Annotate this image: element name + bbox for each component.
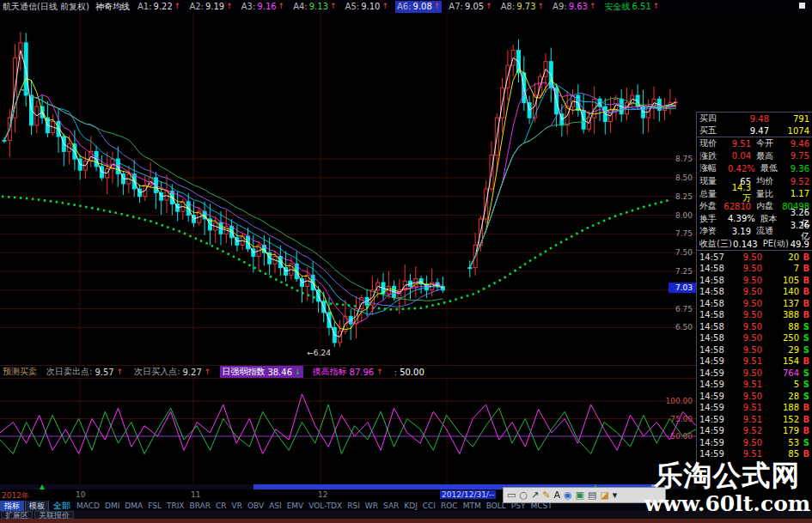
ellipse-tool-icon[interactable]: ○ [519, 490, 528, 500]
tab-指标[interactable]: 指标 [0, 501, 24, 511]
bottom-tab[interactable]: 扩展区 [1, 511, 33, 519]
dropdown-arrow-icon[interactable]: ▾ [613, 490, 618, 500]
tick-side: B [799, 449, 809, 459]
up-arrow-icon: ↑ [330, 3, 337, 10]
tick-time: 14:59 [699, 380, 729, 389]
tick-time: 14:59 [699, 403, 729, 412]
tick-row[interactable]: 14:599.51154B [697, 356, 812, 368]
tick-side: B [799, 276, 809, 285]
tick-side: B [799, 356, 809, 366]
tab-obv[interactable]: OBV [245, 502, 266, 510]
svg-text:8.00: 8.00 [675, 211, 693, 220]
note-tool-icon[interactable]: ▤ [588, 490, 596, 500]
palette-tool-icon[interactable]: ◪ [600, 490, 608, 500]
tab-wr[interactable]: WR [363, 502, 381, 510]
ma-value: 9.73 [516, 2, 535, 11]
drawing-toolbar: ▭○↗✎A◉▣▤◪▾ [503, 487, 666, 503]
rect-tool-icon[interactable]: ▭ [507, 490, 516, 500]
tab-roc[interactable]: ROC [438, 502, 461, 510]
tick-row[interactable]: 14:579.5020B [697, 251, 812, 263]
tick-side: B [799, 252, 809, 262]
tab-vol-tdx[interactable]: VOL-TDX [306, 502, 345, 510]
ma-label: A2: [189, 2, 204, 11]
indicator-item: 摸高指标87.96↑ [311, 366, 385, 378]
tick-row[interactable]: 14:589.50388B [697, 309, 812, 321]
tab-brar[interactable]: BRAR [187, 502, 213, 510]
tab-vr[interactable]: VR [229, 502, 245, 510]
stat-label: 现价 [699, 137, 729, 149]
tab-cci[interactable]: CCI [420, 502, 438, 510]
tick-row[interactable]: 14:589.50140B [697, 286, 812, 298]
tick-row[interactable]: 14:599.51152B [697, 413, 812, 425]
tick-price: 9.50 [729, 322, 762, 331]
indicator-item-value: 87.96 [350, 368, 375, 377]
tick-row[interactable]: 14:599.51188B [697, 402, 812, 414]
tab-模板[interactable]: 模板 [25, 501, 49, 511]
bid-row[interactable]: 买四9.48791 [697, 113, 812, 125]
image-tool-icon[interactable]: ▣ [576, 490, 584, 500]
tick-price: 9.50 [729, 252, 762, 262]
tick-row[interactable]: 14:589.507B [697, 263, 812, 275]
tab-rsi[interactable]: RSI [345, 502, 363, 510]
tick-row[interactable]: 14:589.50137B [697, 297, 812, 309]
tick-time: 14:59 [699, 438, 729, 447]
tab-emv[interactable]: EMV [284, 502, 307, 510]
tab-asi[interactable]: ASI [266, 502, 284, 510]
tick-row[interactable]: 14:599.515S [697, 379, 812, 391]
tab-fsl[interactable]: FSL [145, 502, 164, 510]
ma-value: 9.10 [361, 2, 380, 11]
tick-row[interactable]: 14:599.5028S [697, 390, 812, 402]
trendline-tool-icon[interactable]: ↗ [531, 490, 539, 500]
tick-volume: 88 [762, 322, 799, 331]
ma-values-strip: A1:9.22↑A2:9.19↑A3:9.16↑A4:9.13↑A5:9.10↑… [136, 1, 661, 13]
tick-side: S [799, 368, 809, 378]
stat-label: 流通 [756, 225, 787, 237]
tick-row[interactable]: 14:599.52179B [697, 425, 812, 437]
indicator-item-value: 50.00 [400, 368, 424, 377]
bid-row[interactable]: 买五9.471074 [697, 125, 812, 137]
tab-dmi[interactable]: DMI [102, 502, 122, 510]
candlestick-chart[interactable]: 8.758.508.258.007.757.507.257.006.756.50… [0, 13, 696, 365]
stat-value: 1.17 [787, 189, 809, 198]
tick-row[interactable]: 14:599.50764S [697, 367, 812, 379]
stat-value: 0.143 [733, 240, 758, 249]
tab-dma[interactable]: DMA [122, 502, 145, 510]
tick-time: 14:58 [699, 333, 729, 343]
tick-row[interactable]: 14:589.50105B [697, 274, 812, 286]
tick-row[interactable]: 14:599.5185B [697, 448, 812, 460]
window-control-icon[interactable] [799, 3, 805, 9]
stat-label: 均价 [756, 175, 787, 187]
tab-macd[interactable]: MACD [74, 502, 102, 510]
ma-value-a5: A5:9.10↑ [344, 1, 390, 13]
tick-side: B [799, 310, 809, 319]
ma-value-a2: A2:9.19↑ [187, 1, 234, 13]
tick-volume: 154 [762, 356, 799, 366]
pencil-tool-icon[interactable]: ✎ [542, 490, 550, 500]
tick-volume: 152 [762, 415, 799, 424]
oscillator-chart[interactable]: 100.0075.0050.00 [0, 379, 696, 483]
tab-cr[interactable]: CR [213, 502, 229, 510]
tab-trix[interactable]: TRIX [164, 502, 187, 510]
tab-sar[interactable]: SAR [381, 502, 401, 510]
text-tool-icon[interactable]: A [553, 490, 560, 500]
tick-volume: 179 [762, 426, 799, 435]
tab-kdj[interactable]: KDJ [401, 502, 420, 510]
safety-line-value: 安全线6.51↑ [603, 1, 662, 13]
tick-row[interactable]: 14:589.5029S [697, 344, 812, 356]
svg-text:8.25: 8.25 [675, 192, 693, 201]
tick-row[interactable]: 14:599.5053S [697, 436, 812, 448]
stat-row: 现价9.51今开9.46 [697, 137, 812, 150]
stat-value: 49.9 [791, 240, 809, 249]
tick-side: S [799, 380, 809, 389]
globe-icon[interactable]: ◉ [564, 490, 572, 500]
tick-volume: 764 [762, 368, 799, 378]
bottom-tab[interactable]: 关联报价 [34, 511, 74, 519]
tab-all[interactable]: 全部 [50, 501, 74, 511]
tab-mtm[interactable]: MTM [461, 502, 484, 510]
stat-label: 收益(三) [699, 238, 733, 250]
top-status-bar: 航天通信(日线 前复权) 神奇均线 A1:9.22↑A2:9.19↑A3:9.1… [0, 0, 812, 13]
tick-price: 9.51 [729, 356, 762, 366]
stat-label: 涨幅 [699, 162, 728, 174]
tick-row[interactable]: 14:589.50250S [697, 332, 812, 344]
tick-row[interactable]: 14:589.5088S [697, 320, 812, 332]
